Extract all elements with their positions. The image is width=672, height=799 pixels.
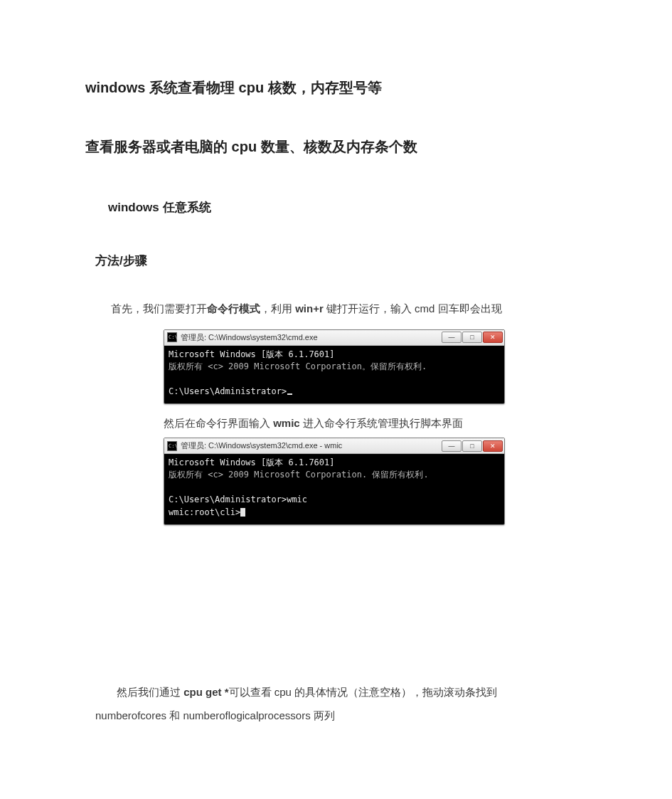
cursor-icon xyxy=(240,508,245,517)
terminal-line: C:\Users\Administrator>wmic xyxy=(169,494,307,504)
maximize-button[interactable]: □ xyxy=(462,440,482,452)
terminal-line: Microsoft Windows [版本 6.1.7601] xyxy=(169,349,335,359)
step2-text: 然后在命令行界面输入 wmic 进入命令行系统管理执行脚本界面 xyxy=(164,417,587,430)
step3-text: 然后我们通过 cpu get *可以查看 cpu 的具体情况（注意空格），拖动滚… xyxy=(95,680,587,705)
terminal-line: Microsoft Windows [版本 6.1.7601] xyxy=(169,457,335,467)
window-title: 管理员: C:\Windows\system32\cmd.exe - wmic xyxy=(181,440,441,451)
document-page: windows 系统查看物理 cpu 核数，内存型号等 查看服务器或者电脑的 c… xyxy=(0,0,672,799)
minimize-button[interactable]: — xyxy=(442,440,462,452)
page-title: windows 系统查看物理 cpu 核数，内存型号等 xyxy=(85,78,587,97)
window-buttons: — □ ✕ xyxy=(441,440,503,452)
text: 键打开运行，输入 cmd 回车即会出现 xyxy=(326,302,502,314)
text: 进入命令行系统管理执行脚本界面 xyxy=(300,417,463,429)
text: 可以查看 cpu 的具体情况（注意空格），拖动滚动条找到 xyxy=(229,686,498,698)
terminal-prompt: wmic:root\cli> xyxy=(169,507,240,517)
spacer xyxy=(85,538,587,680)
cursor-icon xyxy=(287,393,292,395)
text: ，利用 xyxy=(260,302,292,314)
tool-heading: windows 任意系统 xyxy=(108,199,587,216)
close-button[interactable]: ✕ xyxy=(483,440,503,452)
cmd-screenshot-1: 管理员: C:\Windows\system32\cmd.exe — □ ✕ M… xyxy=(85,329,587,405)
terminal-body: Microsoft Windows [版本 6.1.7601] 版权所有 <c>… xyxy=(164,454,504,524)
bold-text: cpu get * xyxy=(183,686,228,698)
terminal-line: 版权所有 <c> 2009 Microsoft Corporation. 保留所… xyxy=(169,470,429,480)
cmd-icon xyxy=(167,441,177,451)
page-subtitle: 查看服务器或者电脑的 cpu 数量、核数及内存条个数 xyxy=(85,137,587,157)
bold-text: win+r xyxy=(292,302,326,314)
terminal-prompt: C:\Users\Administrator> xyxy=(169,386,287,396)
method-heading: 方法/步骤 xyxy=(95,253,587,269)
maximize-button[interactable]: □ xyxy=(462,332,482,343)
bold-text: 命令行模式 xyxy=(207,302,260,314)
step3-text-line2: numberofcores 和 numberoflogicalprocessor… xyxy=(95,705,587,726)
terminal-line: 版权所有 <c> 2009 Microsoft Corporation。保留所有… xyxy=(169,361,427,371)
window-title: 管理员: C:\Windows\system32\cmd.exe xyxy=(181,332,441,343)
window-titlebar: 管理员: C:\Windows\system32\cmd.exe — □ ✕ xyxy=(164,330,504,346)
window-buttons: — □ ✕ xyxy=(441,332,503,343)
step1-text: 首先，我们需要打开命令行模式，利用 win+r 键打开运行，输入 cmd 回车即… xyxy=(111,299,587,319)
text: 然后在命令行界面输入 xyxy=(164,417,273,429)
bold-text: wmic xyxy=(273,417,300,429)
window-titlebar: 管理员: C:\Windows\system32\cmd.exe - wmic … xyxy=(164,438,504,454)
minimize-button[interactable]: — xyxy=(442,332,462,343)
terminal-body: Microsoft Windows [版本 6.1.7601] 版权所有 <c>… xyxy=(164,346,504,404)
cmd-icon xyxy=(167,332,177,342)
close-button[interactable]: ✕ xyxy=(483,332,503,343)
text: 首先，我们需要打开 xyxy=(111,302,207,314)
cmd-screenshot-2: 管理员: C:\Windows\system32\cmd.exe - wmic … xyxy=(85,438,587,525)
text: 然后我们通过 xyxy=(117,686,183,698)
